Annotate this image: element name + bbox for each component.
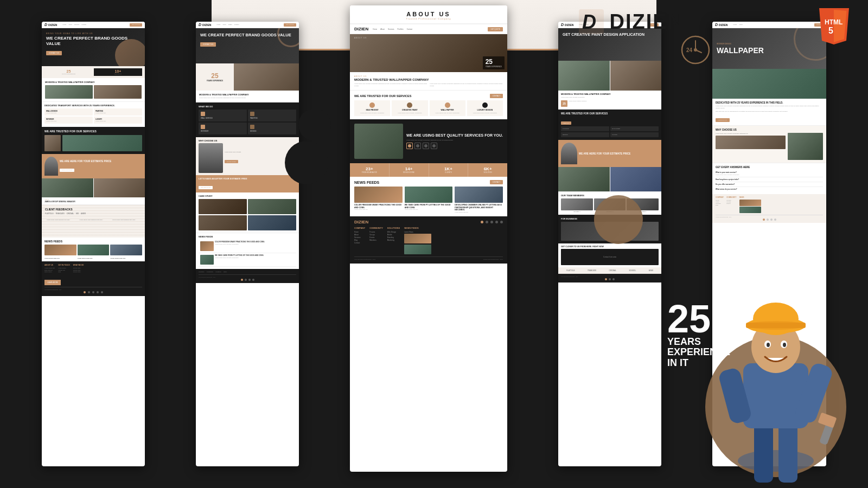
stat-3-label: SOLUTION	[470, 171, 505, 174]
svg-rect-18	[818, 412, 837, 428]
center-about-sub: Trusted Professional Company	[354, 17, 503, 20]
stat-label: YEARS EXPERIENCE	[46, 73, 92, 75]
card4-get-title: GET CLOSER TO US FROM HERE. RIGHT NOW	[561, 246, 659, 248]
card1-manager: JAMES A GROUP GENERAL MANAGER	[44, 201, 142, 203]
footer-company: COMPANY	[354, 227, 365, 229]
preview-card-3-center: ABOUT US Trusted Professional Company DI…	[350, 5, 507, 472]
stat-2-num: 1K+	[431, 166, 466, 171]
center-about-title: ABOUT US	[354, 11, 503, 17]
news-1-title: WE TAKE CARE FROM PT LETTING OF THE GOOD…	[405, 204, 453, 209]
card1-client-title: CLIENT FEEDBACKS	[45, 208, 142, 211]
preview-card-2: D DIZIEN Home About Pages Contact GET QU…	[196, 22, 299, 466]
stat-2-label: CLIENTS	[431, 171, 466, 174]
card3-section1: MODERN & TRUSTED WALLPAPPER COMPANY	[354, 78, 503, 81]
card3-news-title: NEWS FEEDS	[354, 181, 379, 184]
svg-text:5: 5	[828, 26, 833, 35]
svg-text:24: 24	[686, 47, 693, 53]
card2-news-title: NEWS FEEDS	[199, 235, 296, 238]
clock-icon: 24	[681, 35, 711, 65]
footer-solutions: SOLUTIONS	[387, 227, 400, 229]
stat-num: 25	[46, 69, 92, 73]
worker-section: 25 YEARS EXPERIENCE IN IT	[667, 244, 868, 488]
card3-quality-title: WE ARE USING BEST QUALITY SERVICES FOR Y…	[406, 133, 503, 138]
card1-footer-copy: Copyright Buf2/Webtemptog - 2022	[44, 289, 142, 290]
card1-news-title: NEWS FEEDS	[44, 240, 142, 243]
decorative-circle-brown	[594, 195, 643, 244]
card3-trusted-btn[interactable]: CONTACT	[490, 94, 503, 98]
stat-1-label: DESIGN DONE	[392, 171, 426, 174]
service-2-desc: Lorem ipsum dolor sit amet, consectetur	[393, 112, 426, 114]
decorative-circle-2	[285, 141, 328, 184]
preview-card-1: D DIZIEN Home About Services Contact GET…	[42, 22, 145, 466]
news-2-title: DEVELOPING CHAMBER ONLINE PT LETTING AS …	[455, 204, 503, 211]
card2-section3: WHY CHOOSE US	[199, 139, 296, 142]
svg-point-25	[753, 303, 799, 335]
stat-0-num: 23+	[352, 166, 387, 171]
card2-section5: CASE STUDY	[199, 195, 296, 197]
card1-section4: WE ARE HERE FOR YOUR ESTIMATE PRICE	[60, 160, 111, 163]
card1-section1: MODERN & TRUSTED WALLPAPPER COMPANY	[45, 81, 142, 84]
card5-footer-copy: Thamed Buf/Webtempting - 2022	[716, 216, 823, 217]
card5-answers-title: GET EVERY ANSWERS HERE	[716, 166, 823, 169]
card5-section1: DEDICATED WITH 25 YEARS EXPERIENCE IN TH…	[716, 101, 823, 104]
card2-section2: WHAT WE DO	[199, 105, 296, 108]
footer-community: COMMUNITY	[369, 227, 383, 229]
card2-section1: MODERN & TRUSTED WALLPAPPER COMPANY	[199, 93, 296, 96]
dizien-d-icon: D	[578, 8, 605, 35]
stat-3-num: 6K+	[470, 166, 505, 171]
svg-point-23	[783, 343, 786, 347]
footer-news: NEWS FEEDS	[404, 227, 431, 229]
card5-why-choose: WHY CHOOSE US	[716, 129, 823, 131]
card3-news-btn[interactable]: CONTACT	[490, 180, 503, 184]
svg-text:HTML: HTML	[825, 18, 843, 26]
card2-section4: LET'S HAVE AN AFTER YOUR ESTIMATE FREE	[199, 178, 296, 181]
service-3-title: WALLPAPPER	[431, 109, 464, 111]
svg-text:D: D	[582, 11, 596, 33]
service-1-title: SEA FREIENT	[356, 109, 388, 111]
html5-icon: HTML 5	[816, 5, 852, 46]
service-1-desc: Lorem ipsum dolor sit amet, consectetur	[356, 112, 388, 114]
preview-card-4: D DIZIEN Home About Pages QUOTE GET CREA…	[558, 22, 661, 466]
dizien-brand-area: D DIZIEN	[578, 8, 684, 35]
card4-section1: MODERN & TRUSTED WALLPAPPER COMPANY	[561, 93, 659, 95]
main-container: ABOUT US Trusted Professional Company D …	[0, 0, 868, 488]
card3-trusted-title: WE ARE TRUSTED FOR OUR SERVICES	[354, 94, 411, 98]
svg-point-27	[746, 321, 806, 330]
worker-figure	[694, 255, 857, 488]
svg-point-11	[738, 450, 814, 472]
card5-nav-logo: DIZIEN	[719, 23, 727, 27]
html5-badge: HTML 5	[816, 5, 852, 48]
decorative-circle-1	[298, 108, 331, 141]
news-0-title: COLOR FREEDOM GRANT PRACTICING THE GOOD …	[354, 204, 403, 209]
clock-24-area: 24	[681, 35, 711, 67]
card4-quality-title: WE ARE HERE FOR YOUR ESTIMATE PRICE	[579, 152, 630, 155]
service-4-desc: Lorem ipsum dolor sit amet, consectetur	[469, 112, 501, 114]
card4-trusted-title: WE ARE TRUSTED FOR OUR SERVICES	[561, 112, 659, 115]
svg-point-22	[767, 343, 770, 347]
service-2-title: CREATIVE PAINT	[393, 109, 426, 111]
stat-0-label: FINISHED ANALYZE	[352, 171, 387, 174]
dizien-brand-name: DIZIEN	[609, 10, 684, 34]
service-3-desc: Lorem ipsum dolor sit amet, consectetur	[431, 112, 464, 114]
service-4-title: LUXURY DESIGN	[469, 109, 501, 111]
card1-section3: WE ARE TRUSTED FOR OUR SERVICES	[44, 130, 142, 133]
card1-section2: DEDICATED TRANSPORT SERVICES WITH 25 YEA…	[44, 104, 142, 107]
stat-1-num: 14+	[392, 166, 426, 171]
